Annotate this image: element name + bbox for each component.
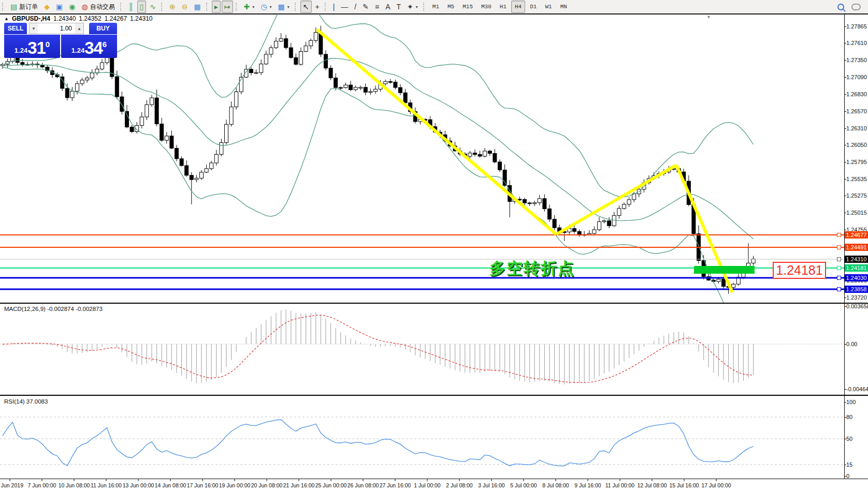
volume-increase-button[interactable]: ▲: [75, 23, 83, 34]
timeframe-h4-button[interactable]: H4: [511, 1, 525, 13]
indicators-dropdown-icon[interactable]: ▾: [252, 5, 254, 9]
indicators-button[interactable]: ✚▾: [241, 1, 257, 13]
terminal-button[interactable]: ▣: [53, 1, 65, 13]
time-axis-label[interactable]: 26 Jun 08:00: [348, 482, 379, 488]
time-axis-label[interactable]: 8 Jul 08:00: [542, 482, 569, 488]
autotrading-button[interactable]: ◍自动交易: [79, 1, 117, 13]
time-axis-label[interactable]: 2 Jul 08:00: [446, 482, 472, 488]
hline-drag-handle[interactable]: [837, 287, 841, 291]
time-axis-label[interactable]: 15 Jul 16:00: [669, 482, 699, 488]
tile-windows-button[interactable]: ▦: [192, 1, 204, 13]
cursor-button[interactable]: ↖: [300, 1, 312, 13]
chart-title: ▲ GBPUSD-,H4 1.24340 1.24352 1.24267 1.2…: [4, 15, 153, 22]
fibonacci-button[interactable]: ≡: [372, 1, 382, 13]
time-tick-mark: [106, 479, 107, 481]
templates-dropdown-icon[interactable]: ▾: [287, 5, 290, 9]
toolbar-groups: ▤新订单◆▣◉◍自动交易║▯∿⊕⊖▦▸↦✚▾◷▾▩▾↖+|—/✎≡AT✦▾M1M…: [0, 1, 571, 13]
scroll-position-marker[interactable]: ▼: [706, 14, 711, 20]
templates-button[interactable]: ▩▾: [276, 1, 292, 13]
macd-pane-canvas[interactable]: [0, 304, 844, 395]
new-order-button[interactable]: ▤新订单: [8, 1, 40, 13]
hline-drag-handle[interactable]: [837, 266, 841, 270]
search-icon[interactable]: [837, 4, 844, 10]
time-axis-label[interactable]: 7 Jun 00:00: [28, 482, 56, 488]
time-tick-mark: [299, 479, 299, 481]
time-axis-label[interactable]: 13 Jun 00:00: [123, 482, 154, 488]
timeframe-m1-button[interactable]: M1: [429, 1, 443, 13]
text-label-button[interactable]: T: [394, 1, 403, 13]
time-tick-mark: [267, 479, 267, 481]
time-axis-label[interactable]: 5 Jul 00:00: [510, 482, 537, 488]
timeframe-d1-button[interactable]: D1: [526, 1, 540, 13]
line-chart-button[interactable]: ∿: [147, 1, 158, 13]
vertical-line-button[interactable]: |: [330, 1, 338, 13]
time-axis-label[interactable]: 17 Jun 16:00: [187, 482, 219, 488]
time-axis-label[interactable]: 11 Jun 16:00: [91, 482, 122, 488]
time-axis-label[interactable]: 3 Jul 16:00: [478, 482, 504, 488]
ohlc-low: 1.24267: [105, 15, 127, 22]
sell-button[interactable]: SELL: [4, 23, 27, 34]
metaeditor-button[interactable]: ◆: [41, 1, 52, 13]
time-axis-label[interactable]: 1 Jul 00:00: [414, 482, 440, 488]
hline-drag-handle[interactable]: [837, 257, 841, 261]
sell-price-display[interactable]: 1.24310: [4, 35, 60, 58]
zoom-out-button[interactable]: ⊖: [179, 1, 191, 13]
time-axis-label[interactable]: 12 Jul 08:00: [637, 482, 667, 488]
time-tick-mark: [716, 479, 717, 481]
time-axis-label[interactable]: 27 Jun 16:00: [380, 482, 411, 488]
price-tag-annotation[interactable]: 1.24181: [773, 262, 826, 279]
price-tick-label: 1.25275: [846, 192, 867, 199]
trendline-icon: /: [354, 3, 356, 10]
strategy-tester-button[interactable]: ◉: [66, 1, 78, 13]
rsi-pane-canvas[interactable]: [0, 396, 844, 479]
time-axis-label[interactable]: 9 Jul 16:00: [574, 482, 601, 488]
timeframe-w1-button[interactable]: W1: [541, 1, 555, 13]
chat-icon[interactable]: [851, 4, 861, 10]
arrows-dropdown-icon[interactable]: ▾: [416, 5, 418, 9]
equidistant-channel-button[interactable]: ✎: [360, 1, 371, 13]
horizontal-line-button[interactable]: —: [338, 1, 351, 13]
timeframe-h1-button[interactable]: H1: [496, 1, 510, 13]
periods-dropdown-icon[interactable]: ▾: [270, 5, 272, 9]
arrows-button[interactable]: ✦▾: [404, 1, 421, 13]
volume-input[interactable]: 1.00: [38, 25, 75, 32]
trendline-button[interactable]: /: [352, 1, 359, 13]
time-axis-label[interactable]: 5 Jun 2019: [0, 482, 23, 488]
time-axis-label[interactable]: 21 Jun 16:00: [283, 482, 315, 488]
time-axis-label[interactable]: 19 Jun 00:00: [219, 482, 251, 488]
bar-chart-button[interactable]: ║: [126, 1, 136, 13]
hline-drag-handle[interactable]: [837, 233, 841, 237]
candlestick-chart-button[interactable]: ▯: [137, 1, 147, 13]
turning-point-annotation[interactable]: 多空转折点: [489, 258, 575, 279]
timeframe-m5-button[interactable]: M5: [444, 1, 458, 13]
crosshair-button[interactable]: +: [313, 1, 322, 13]
rsi-tick-label: 15: [846, 462, 852, 468]
timeframe-mn-button[interactable]: MN: [557, 1, 571, 13]
hline-drag-handle[interactable]: [837, 276, 841, 280]
collapse-panel-icon[interactable]: ▲: [4, 16, 9, 21]
buy-price-display[interactable]: 1.24346: [61, 35, 117, 58]
buy-button[interactable]: BUY: [89, 23, 117, 34]
text-button[interactable]: A: [383, 1, 393, 13]
periods-button[interactable]: ◷▾: [258, 1, 274, 13]
equidistant-channel-icon: ✎: [363, 3, 369, 10]
price-tick-label: 1.25015: [846, 210, 867, 216]
main-chart-canvas[interactable]: [0, 14, 844, 303]
hline-drag-handle[interactable]: [837, 245, 841, 249]
time-axis-label[interactable]: 20 Jun 08:00: [251, 482, 283, 488]
time-axis-label[interactable]: 10 Jun 08:00: [59, 482, 90, 488]
time-axis-label[interactable]: 17 Jul 00:00: [701, 482, 731, 488]
time-axis-label[interactable]: 11 Jul 00:00: [605, 482, 634, 488]
timeframe-m30-button[interactable]: M30: [478, 1, 495, 13]
time-axis-label[interactable]: 25 Jun 00:00: [315, 482, 347, 488]
timeframe-m15-button[interactable]: M15: [459, 1, 476, 13]
auto-scroll-button[interactable]: ▸: [212, 1, 221, 13]
zoom-in-button[interactable]: ⊕: [167, 1, 178, 13]
time-axis-label[interactable]: 14 Jun 08:00: [155, 482, 186, 488]
rsi-label: RSI(14) 37.0083: [4, 398, 48, 405]
toolbar-group-grip: [161, 3, 164, 11]
time-tick-mark: [459, 479, 460, 481]
price-tick-label: 1.25795: [846, 159, 867, 165]
chart-shift-button[interactable]: ↦: [222, 1, 233, 13]
volume-decrease-button[interactable]: ▼: [30, 23, 38, 34]
